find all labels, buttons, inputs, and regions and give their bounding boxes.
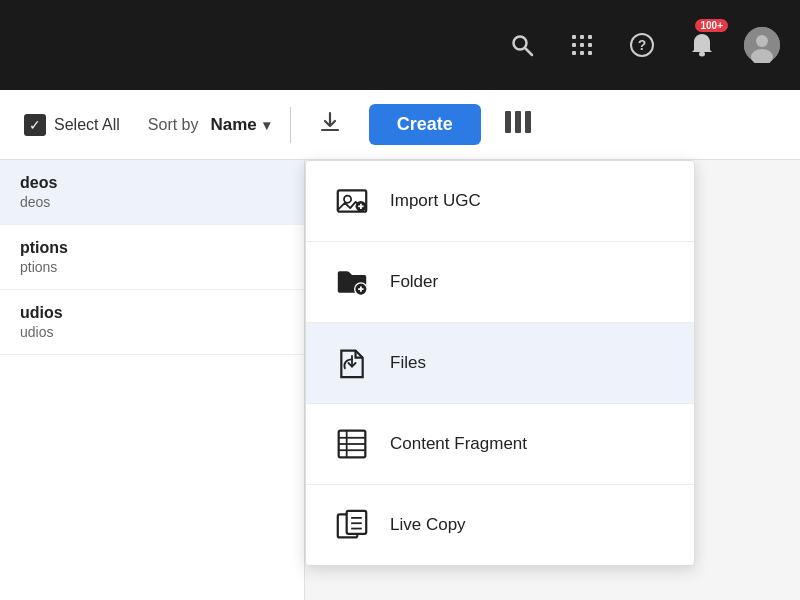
dropdown-item-content-fragment[interactable]: Content Fragment <box>306 404 694 485</box>
svg-rect-19 <box>505 111 511 133</box>
svg-line-1 <box>525 48 532 55</box>
svg-rect-4 <box>588 35 592 39</box>
toolbar: ✓ Select All Sort by Name ▾ Create <box>0 90 800 160</box>
sidebar-item-sub-0: deos <box>20 194 284 210</box>
dropdown-item-live-copy[interactable]: Live Copy <box>306 485 694 565</box>
dropdown-item-label-live-copy: Live Copy <box>390 515 466 535</box>
columns-icon[interactable] <box>497 107 539 143</box>
sort-dropdown[interactable]: Name ▾ <box>211 115 270 135</box>
sort-by-label: Sort by <box>148 116 199 134</box>
dropdown-item-label-folder: Folder <box>390 272 438 292</box>
dropdown-item-label-import-ugc: Import UGC <box>390 191 481 211</box>
svg-rect-5 <box>572 43 576 47</box>
grid-icon[interactable] <box>564 27 600 63</box>
dropdown-item-label-files: Files <box>390 353 426 373</box>
toolbar-divider <box>290 107 291 143</box>
svg-rect-8 <box>572 51 576 55</box>
top-nav: ? 100+ <box>0 0 800 90</box>
svg-point-13 <box>699 52 705 57</box>
sidebar: deos deos ptions ptions udios udios <box>0 160 305 600</box>
svg-point-15 <box>756 35 768 47</box>
sidebar-item-0[interactable]: deos deos <box>0 160 304 225</box>
svg-rect-3 <box>580 35 584 39</box>
select-all-button[interactable]: ✓ Select All <box>16 110 128 140</box>
sidebar-item-2[interactable]: udios udios <box>0 290 304 355</box>
svg-text:?: ? <box>638 37 647 53</box>
import-ugc-icon <box>334 183 370 219</box>
content-fragment-icon <box>334 426 370 462</box>
create-button[interactable]: Create <box>369 104 481 145</box>
notification-icon <box>684 27 720 63</box>
notification-wrapper[interactable]: 100+ <box>684 27 720 63</box>
notification-badge: 100+ <box>695 19 728 32</box>
svg-rect-20 <box>515 111 521 133</box>
select-all-label: Select All <box>54 116 120 134</box>
sidebar-item-sub-1: ptions <box>20 259 284 275</box>
svg-rect-9 <box>580 51 584 55</box>
sort-value: Name <box>211 115 257 135</box>
dropdown-item-files[interactable]: Files <box>306 323 694 404</box>
svg-rect-7 <box>588 43 592 47</box>
sidebar-item-title-2: udios <box>20 304 284 322</box>
svg-rect-6 <box>580 43 584 47</box>
create-dropdown-menu: Import UGC Folder <box>305 160 695 566</box>
files-icon <box>334 345 370 381</box>
svg-rect-10 <box>588 51 592 55</box>
dropdown-item-label-content-fragment: Content Fragment <box>390 434 527 454</box>
sidebar-item-1[interactable]: ptions ptions <box>0 225 304 290</box>
svg-rect-21 <box>525 111 531 133</box>
svg-point-23 <box>344 196 351 203</box>
sidebar-item-title-0: deos <box>20 174 284 192</box>
folder-icon <box>334 264 370 300</box>
checkbox-icon: ✓ <box>24 114 46 136</box>
search-icon[interactable] <box>504 27 540 63</box>
help-icon[interactable]: ? <box>624 27 660 63</box>
dropdown-item-import-ugc[interactable]: Import UGC <box>306 161 694 242</box>
main-area: deos deos ptions ptions udios udios <box>0 160 800 600</box>
sidebar-item-title-1: ptions <box>20 239 284 257</box>
live-copy-icon <box>334 507 370 543</box>
sidebar-item-sub-2: udios <box>20 324 284 340</box>
download-icon[interactable] <box>311 107 349 142</box>
chevron-down-icon: ▾ <box>263 117 270 133</box>
svg-rect-2 <box>572 35 576 39</box>
dropdown-item-folder[interactable]: Folder <box>306 242 694 323</box>
avatar[interactable] <box>744 27 780 63</box>
